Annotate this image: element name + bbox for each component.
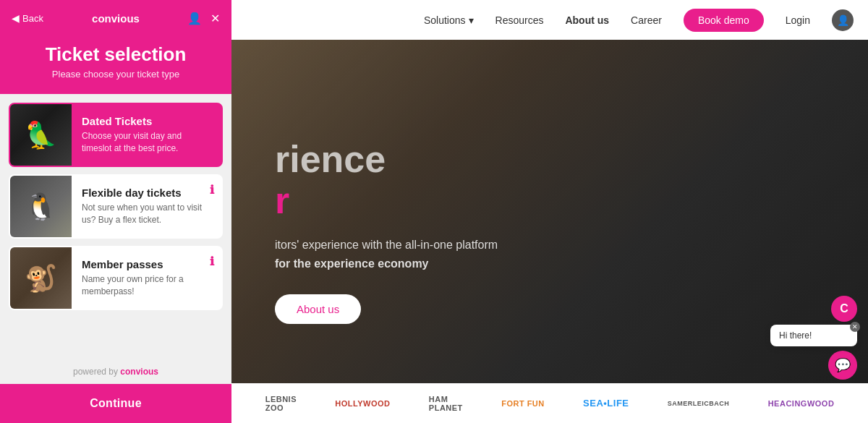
logo-fortfun: FORT FUN (501, 399, 545, 408)
ticket-selection-subtitle: Please choose your ticket type (12, 69, 220, 80)
hero-title: rience r (275, 139, 825, 221)
chat-widget: C Hi there! ✕ 💬 (770, 296, 857, 380)
chat-open-button[interactable]: 💬 (828, 351, 857, 380)
member-passes-title: Member passes (82, 258, 211, 270)
chevron-down-icon: ▾ (469, 14, 474, 26)
ticket-cards-list: 🦜 Dated Tickets Choose your visit day an… (0, 94, 231, 359)
penguin-image: 🐧 (10, 176, 72, 237)
back-arrow-icon: ◀ (12, 12, 20, 24)
flexible-tickets-card[interactable]: 🐧 Flexible day tickets Not sure when you… (9, 174, 223, 239)
chat-bubble: Hi there! ✕ (770, 325, 857, 346)
member-passes-card[interactable]: 🐒 Member passes Name your own price for … (9, 246, 223, 310)
member-passes-content: Member passes Name your own price for a … (72, 247, 221, 309)
close-icon[interactable]: ✕ (210, 12, 220, 25)
nav-resources[interactable]: Resources (495, 14, 544, 26)
header-icons: 👤 ✕ (187, 12, 220, 25)
chimp-image: 🐒 (10, 247, 72, 309)
member-info-icon[interactable]: ℹ (210, 255, 214, 268)
flexible-tickets-title: Flexible day tickets (82, 187, 211, 199)
back-button[interactable]: ◀ Back (12, 12, 43, 24)
chat-icon: 💬 (835, 357, 851, 373)
panel-header: ◀ Back convious 👤 ✕ (0, 0, 231, 36)
chat-avatar: C (831, 296, 857, 322)
chat-message: Hi there! (779, 330, 812, 341)
powered-by: powered by convious (0, 359, 231, 384)
flexible-tickets-desc: Not sure when you want to visit us? Buy … (82, 202, 211, 226)
user-icon: 👤 (837, 14, 849, 26)
dated-tickets-title: Dated Tickets (82, 115, 211, 127)
logo-hollywood: Hollywood (335, 399, 390, 408)
continue-button[interactable]: Continue (0, 384, 231, 423)
dated-tickets-content: Dated Tickets Choose your visit day and … (72, 104, 221, 166)
logos-bar: LEBNISZOO Hollywood HAMPLANET FORT FUN S… (231, 383, 868, 423)
dated-tickets-desc: Choose your visit day and timeslot at th… (82, 130, 211, 155)
logo-lebnis: LEBNISZOO (265, 395, 297, 412)
ticket-title-area: Ticket selection Please choose your tick… (0, 36, 231, 94)
powered-by-brand: convious (120, 367, 158, 377)
book-demo-button[interactable]: Book demo (684, 9, 764, 32)
ticket-selection-title: Ticket selection (12, 43, 220, 66)
ticket-selection-panel: ◀ Back convious 👤 ✕ Ticket selection Ple… (0, 0, 231, 423)
nav-career[interactable]: Career (631, 14, 662, 26)
flexible-info-icon[interactable]: ℹ (210, 183, 214, 197)
logo-ham: HAMPLANET (429, 395, 463, 412)
nav-about-us[interactable]: About us (565, 14, 609, 26)
login-link[interactable]: Login (786, 14, 810, 26)
member-passes-desc: Name your own price for a memberpass! (82, 273, 211, 298)
powered-by-label: powered by (73, 367, 118, 377)
user-icon[interactable]: 👤 (187, 12, 202, 25)
brand-name: convious (92, 12, 140, 25)
toucan-icon: 🦜 (25, 120, 57, 150)
logo-sealife: SEA•LIFE (583, 398, 629, 409)
flexible-tickets-content: Flexible day tickets Not sure when you w… (72, 176, 221, 237)
penguin-icon: 🐧 (25, 192, 57, 222)
nav-solutions[interactable]: Solutions ▾ (424, 14, 474, 26)
logo-heacing: HEACINGWOOD (768, 399, 835, 408)
nav-solutions-label: Solutions (424, 14, 466, 26)
toucan-image: 🦜 (10, 104, 72, 166)
hero-subtitle: itors' experience with the all-in-one pl… (275, 236, 600, 273)
logo-samer: Samerleicbach (668, 400, 730, 407)
dated-tickets-card[interactable]: 🦜 Dated Tickets Choose your visit day an… (9, 103, 223, 167)
chimp-icon: 🐒 (25, 263, 57, 294)
user-avatar[interactable]: 👤 (832, 9, 854, 31)
back-label: Back (22, 13, 43, 24)
chat-close-button[interactable]: ✕ (850, 322, 860, 332)
about-us-button[interactable]: About us (275, 294, 361, 324)
